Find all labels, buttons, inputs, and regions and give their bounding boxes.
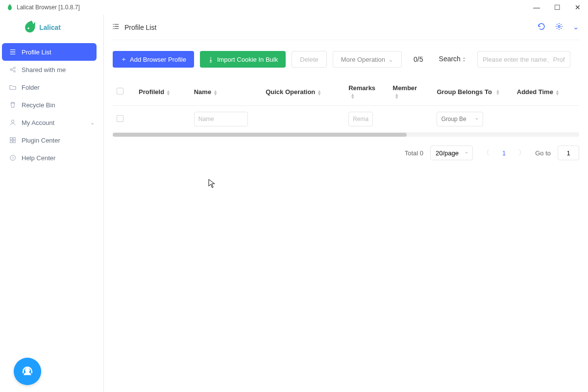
sidebar-item-shared[interactable]: Shared with me bbox=[2, 61, 101, 78]
search-label: Search： bbox=[439, 55, 467, 64]
sidebar-item-help[interactable]: ? Help Center bbox=[2, 149, 101, 167]
horizontal-scrollbar[interactable] bbox=[113, 133, 579, 137]
svg-point-4 bbox=[14, 71, 16, 73]
total-label: Total 0 bbox=[405, 149, 423, 157]
main: Profile List ⌄ ＋ Add Browser Profile ⭳ I… bbox=[104, 15, 588, 392]
goto-label: Go to bbox=[535, 149, 551, 157]
plugin-icon bbox=[9, 136, 17, 144]
column-header[interactable]: Quick Operation bbox=[266, 88, 315, 96]
more-operation-button[interactable]: More Operation ⌄ bbox=[333, 51, 402, 68]
window-title: Lalicat Browser [1.0.8.7] bbox=[17, 4, 80, 11]
minimize-button[interactable]: — bbox=[532, 3, 541, 11]
sort-icon[interactable]: ▲▼ bbox=[555, 90, 560, 96]
svg-rect-8 bbox=[10, 141, 12, 143]
profile-table: ProfileId▲▼ Name▲▼ Quick Operation▲▼ Rem… bbox=[113, 78, 579, 133]
column-header[interactable]: Name bbox=[194, 88, 211, 96]
svg-point-12 bbox=[113, 24, 114, 24]
row-checkbox[interactable] bbox=[117, 115, 123, 122]
chevron-down-icon[interactable]: ⌄ bbox=[573, 23, 579, 32]
name-filter-input[interactable] bbox=[194, 112, 248, 126]
page-title: Profile List bbox=[124, 24, 156, 31]
sort-icon[interactable]: ▲▼ bbox=[166, 90, 171, 96]
trash-icon bbox=[9, 101, 17, 109]
button-label: Delete bbox=[300, 56, 318, 63]
brand-logo: Lalicat bbox=[0, 15, 103, 40]
app-icon bbox=[6, 3, 14, 11]
remarks-filter-input[interactable] bbox=[348, 112, 373, 126]
close-button[interactable]: ✕ bbox=[573, 3, 582, 11]
sidebar-item-label: My Account bbox=[22, 119, 54, 126]
svg-text:?: ? bbox=[12, 156, 14, 160]
sidebar-item-account[interactable]: My Account ⌄ bbox=[2, 114, 101, 131]
chevron-down-icon: ⌄ bbox=[90, 120, 95, 126]
current-page[interactable]: 1 bbox=[499, 149, 509, 157]
column-header[interactable]: Group Belongs To bbox=[437, 88, 491, 96]
svg-point-2 bbox=[10, 69, 12, 71]
plus-icon: ＋ bbox=[121, 55, 127, 64]
sidebar-item-profile-list[interactable]: Profile List bbox=[2, 43, 97, 61]
sidebar-item-label: Help Center bbox=[22, 154, 55, 162]
titlebar: Lalicat Browser [1.0.8.7] — ☐ ✕ bbox=[0, 0, 588, 15]
column-header[interactable]: ProfileId bbox=[139, 88, 164, 96]
sidebar-item-plugin[interactable]: Plugin Center bbox=[2, 131, 101, 149]
scrollbar-thumb[interactable] bbox=[113, 133, 407, 137]
sidebar-item-label: Shared with me bbox=[22, 66, 66, 74]
sort-icon[interactable]: ▲▼ bbox=[495, 89, 500, 95]
sort-icon[interactable]: ▲▼ bbox=[317, 90, 321, 96]
svg-rect-7 bbox=[13, 138, 15, 140]
list-icon bbox=[9, 48, 17, 56]
refresh-button[interactable] bbox=[538, 23, 545, 32]
support-button[interactable] bbox=[14, 358, 41, 385]
share-icon bbox=[9, 66, 17, 74]
button-label: More Operation bbox=[341, 56, 385, 63]
button-label: Import Cookie In Bulk bbox=[217, 56, 278, 63]
sidebar-item-label: Profile List bbox=[22, 49, 51, 56]
svg-rect-9 bbox=[13, 141, 15, 143]
sidebar-item-label: Recycle Bin bbox=[22, 101, 55, 109]
delete-button[interactable]: Delete bbox=[292, 51, 327, 68]
sidebar-item-label: Plugin Center bbox=[22, 137, 60, 144]
svg-point-0 bbox=[27, 27, 29, 29]
toolbar: ＋ Add Browser Profile ⭳ Import Cookie In… bbox=[113, 40, 579, 78]
search-input[interactable] bbox=[477, 51, 570, 68]
svg-point-13 bbox=[113, 26, 114, 27]
maximize-button[interactable]: ☐ bbox=[553, 3, 562, 11]
svg-point-16 bbox=[25, 368, 30, 373]
svg-text:Lalicat: Lalicat bbox=[39, 24, 61, 31]
topbar: Profile List ⌄ bbox=[113, 15, 579, 40]
column-header[interactable]: Member bbox=[392, 84, 417, 92]
list-icon bbox=[113, 23, 120, 32]
sidebar: Lalicat Profile List Shared with me Fold… bbox=[0, 15, 104, 392]
import-cookie-button[interactable]: ⭳ Import Cookie In Bulk bbox=[200, 51, 286, 68]
add-profile-button[interactable]: ＋ Add Browser Profile bbox=[113, 51, 194, 68]
svg-point-15 bbox=[558, 25, 560, 27]
svg-rect-6 bbox=[10, 138, 12, 140]
next-page-button[interactable]: 〉 bbox=[515, 148, 528, 157]
sidebar-item-recycle[interactable]: Recycle Bin bbox=[2, 96, 101, 114]
goto-page-input[interactable] bbox=[558, 146, 579, 160]
svg-point-3 bbox=[14, 67, 16, 69]
svg-point-14 bbox=[113, 28, 114, 29]
user-icon bbox=[9, 119, 17, 126]
column-header[interactable]: Remarks bbox=[348, 84, 375, 92]
folder-icon bbox=[9, 83, 17, 91]
sort-icon[interactable]: ▲▼ bbox=[213, 90, 218, 96]
help-icon: ? bbox=[9, 154, 17, 162]
group-filter-select[interactable] bbox=[437, 112, 483, 126]
sidebar-item-folder[interactable]: Folder bbox=[2, 78, 101, 96]
download-icon: ⭳ bbox=[208, 56, 214, 63]
prev-page-button[interactable]: 〈 bbox=[480, 148, 492, 157]
button-label: Add Browser Profile bbox=[130, 56, 186, 63]
filter-row bbox=[113, 106, 579, 133]
sort-icon[interactable]: ▲▼ bbox=[350, 93, 355, 99]
select-all-checkbox[interactable] bbox=[117, 88, 123, 95]
settings-button[interactable] bbox=[555, 23, 563, 32]
chevron-down-icon: ⌄ bbox=[388, 56, 393, 63]
column-header[interactable]: Added Time bbox=[517, 88, 553, 96]
profile-counter: 0/5 bbox=[414, 55, 423, 63]
window-controls: — ☐ ✕ bbox=[532, 3, 582, 11]
page-size-select[interactable]: 20/page bbox=[430, 146, 473, 160]
pagination: Total 0 20/page 〈 1 〉 Go to bbox=[113, 137, 579, 169]
svg-point-5 bbox=[11, 120, 14, 122]
sort-icon[interactable]: ▲▼ bbox=[394, 93, 399, 99]
